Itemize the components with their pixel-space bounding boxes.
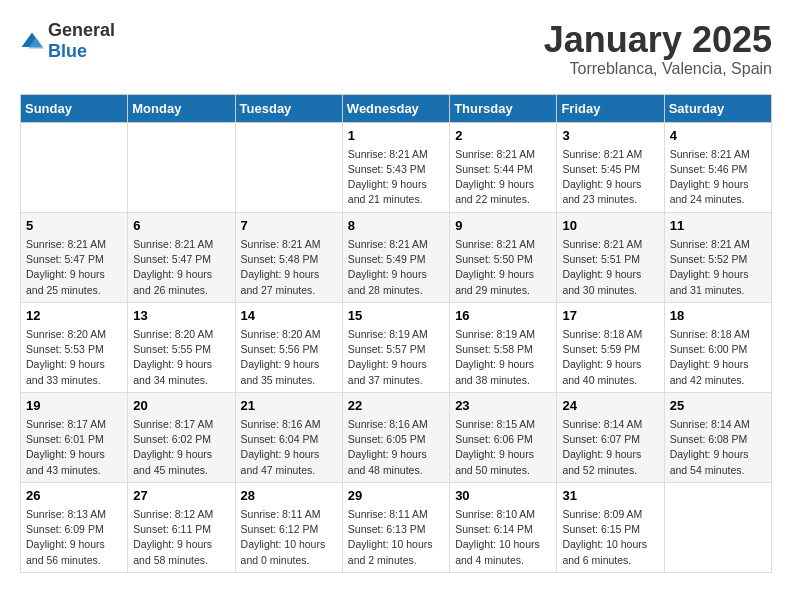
day-number: 17 — [562, 307, 658, 325]
week-row-2: 5Sunrise: 8:21 AM Sunset: 5:47 PM Daylig… — [21, 212, 772, 302]
calendar-cell: 2Sunrise: 8:21 AM Sunset: 5:44 PM Daylig… — [450, 122, 557, 212]
day-number: 18 — [670, 307, 766, 325]
calendar-cell: 29Sunrise: 8:11 AM Sunset: 6:13 PM Dayli… — [342, 482, 449, 572]
calendar-cell: 18Sunrise: 8:18 AM Sunset: 6:00 PM Dayli… — [664, 302, 771, 392]
calendar-cell: 31Sunrise: 8:09 AM Sunset: 6:15 PM Dayli… — [557, 482, 664, 572]
day-number: 30 — [455, 487, 551, 505]
day-number: 25 — [670, 397, 766, 415]
day-number: 19 — [26, 397, 122, 415]
day-number: 11 — [670, 217, 766, 235]
calendar-cell: 11Sunrise: 8:21 AM Sunset: 5:52 PM Dayli… — [664, 212, 771, 302]
day-info: Sunrise: 8:17 AM Sunset: 6:01 PM Dayligh… — [26, 417, 122, 478]
calendar-cell — [21, 122, 128, 212]
day-number: 20 — [133, 397, 229, 415]
logo-general: General — [48, 20, 115, 40]
day-info: Sunrise: 8:21 AM Sunset: 5:45 PM Dayligh… — [562, 147, 658, 208]
day-number: 27 — [133, 487, 229, 505]
logo-text: General Blue — [48, 20, 115, 62]
calendar-table: SundayMondayTuesdayWednesdayThursdayFrid… — [20, 94, 772, 573]
day-info: Sunrise: 8:21 AM Sunset: 5:47 PM Dayligh… — [26, 237, 122, 298]
day-info: Sunrise: 8:11 AM Sunset: 6:12 PM Dayligh… — [241, 507, 337, 568]
day-number: 2 — [455, 127, 551, 145]
day-info: Sunrise: 8:11 AM Sunset: 6:13 PM Dayligh… — [348, 507, 444, 568]
day-number: 26 — [26, 487, 122, 505]
day-info: Sunrise: 8:12 AM Sunset: 6:11 PM Dayligh… — [133, 507, 229, 568]
weekday-header-monday: Monday — [128, 94, 235, 122]
day-number: 9 — [455, 217, 551, 235]
day-number: 23 — [455, 397, 551, 415]
day-number: 12 — [26, 307, 122, 325]
day-number: 21 — [241, 397, 337, 415]
day-number: 15 — [348, 307, 444, 325]
weekday-header-tuesday: Tuesday — [235, 94, 342, 122]
day-number: 13 — [133, 307, 229, 325]
day-info: Sunrise: 8:14 AM Sunset: 6:07 PM Dayligh… — [562, 417, 658, 478]
day-info: Sunrise: 8:21 AM Sunset: 5:48 PM Dayligh… — [241, 237, 337, 298]
day-info: Sunrise: 8:17 AM Sunset: 6:02 PM Dayligh… — [133, 417, 229, 478]
day-info: Sunrise: 8:20 AM Sunset: 5:55 PM Dayligh… — [133, 327, 229, 388]
day-info: Sunrise: 8:14 AM Sunset: 6:08 PM Dayligh… — [670, 417, 766, 478]
day-info: Sunrise: 8:18 AM Sunset: 5:59 PM Dayligh… — [562, 327, 658, 388]
weekday-header-saturday: Saturday — [664, 94, 771, 122]
day-number: 3 — [562, 127, 658, 145]
day-number: 10 — [562, 217, 658, 235]
calendar-cell: 23Sunrise: 8:15 AM Sunset: 6:06 PM Dayli… — [450, 392, 557, 482]
day-number: 6 — [133, 217, 229, 235]
header: General Blue January 2025 Torreblanca, V… — [20, 20, 772, 78]
day-info: Sunrise: 8:21 AM Sunset: 5:52 PM Dayligh… — [670, 237, 766, 298]
day-info: Sunrise: 8:20 AM Sunset: 5:53 PM Dayligh… — [26, 327, 122, 388]
day-number: 7 — [241, 217, 337, 235]
logo: General Blue — [20, 20, 115, 62]
logo-blue: Blue — [48, 41, 87, 61]
calendar-cell: 21Sunrise: 8:16 AM Sunset: 6:04 PM Dayli… — [235, 392, 342, 482]
calendar-cell: 30Sunrise: 8:10 AM Sunset: 6:14 PM Dayli… — [450, 482, 557, 572]
calendar-cell: 16Sunrise: 8:19 AM Sunset: 5:58 PM Dayli… — [450, 302, 557, 392]
calendar-cell: 10Sunrise: 8:21 AM Sunset: 5:51 PM Dayli… — [557, 212, 664, 302]
day-info: Sunrise: 8:10 AM Sunset: 6:14 PM Dayligh… — [455, 507, 551, 568]
week-row-5: 26Sunrise: 8:13 AM Sunset: 6:09 PM Dayli… — [21, 482, 772, 572]
calendar-cell — [664, 482, 771, 572]
day-number: 29 — [348, 487, 444, 505]
calendar-cell: 6Sunrise: 8:21 AM Sunset: 5:47 PM Daylig… — [128, 212, 235, 302]
day-info: Sunrise: 8:21 AM Sunset: 5:47 PM Dayligh… — [133, 237, 229, 298]
calendar-cell: 27Sunrise: 8:12 AM Sunset: 6:11 PM Dayli… — [128, 482, 235, 572]
calendar-cell: 13Sunrise: 8:20 AM Sunset: 5:55 PM Dayli… — [128, 302, 235, 392]
day-info: Sunrise: 8:19 AM Sunset: 5:57 PM Dayligh… — [348, 327, 444, 388]
day-number: 28 — [241, 487, 337, 505]
calendar-cell: 22Sunrise: 8:16 AM Sunset: 6:05 PM Dayli… — [342, 392, 449, 482]
day-number: 16 — [455, 307, 551, 325]
week-row-4: 19Sunrise: 8:17 AM Sunset: 6:01 PM Dayli… — [21, 392, 772, 482]
calendar-cell: 20Sunrise: 8:17 AM Sunset: 6:02 PM Dayli… — [128, 392, 235, 482]
weekday-header-thursday: Thursday — [450, 94, 557, 122]
day-number: 22 — [348, 397, 444, 415]
calendar-cell: 1Sunrise: 8:21 AM Sunset: 5:43 PM Daylig… — [342, 122, 449, 212]
day-info: Sunrise: 8:21 AM Sunset: 5:44 PM Dayligh… — [455, 147, 551, 208]
day-info: Sunrise: 8:18 AM Sunset: 6:00 PM Dayligh… — [670, 327, 766, 388]
day-number: 1 — [348, 127, 444, 145]
weekday-header-row: SundayMondayTuesdayWednesdayThursdayFrid… — [21, 94, 772, 122]
day-info: Sunrise: 8:21 AM Sunset: 5:51 PM Dayligh… — [562, 237, 658, 298]
day-info: Sunrise: 8:21 AM Sunset: 5:49 PM Dayligh… — [348, 237, 444, 298]
calendar-cell: 7Sunrise: 8:21 AM Sunset: 5:48 PM Daylig… — [235, 212, 342, 302]
calendar-cell: 4Sunrise: 8:21 AM Sunset: 5:46 PM Daylig… — [664, 122, 771, 212]
calendar-cell — [235, 122, 342, 212]
calendar-cell: 17Sunrise: 8:18 AM Sunset: 5:59 PM Dayli… — [557, 302, 664, 392]
calendar-cell — [128, 122, 235, 212]
day-info: Sunrise: 8:15 AM Sunset: 6:06 PM Dayligh… — [455, 417, 551, 478]
calendar-cell: 12Sunrise: 8:20 AM Sunset: 5:53 PM Dayli… — [21, 302, 128, 392]
day-info: Sunrise: 8:13 AM Sunset: 6:09 PM Dayligh… — [26, 507, 122, 568]
day-info: Sunrise: 8:09 AM Sunset: 6:15 PM Dayligh… — [562, 507, 658, 568]
day-number: 24 — [562, 397, 658, 415]
calendar-cell: 5Sunrise: 8:21 AM Sunset: 5:47 PM Daylig… — [21, 212, 128, 302]
calendar-cell: 19Sunrise: 8:17 AM Sunset: 6:01 PM Dayli… — [21, 392, 128, 482]
day-number: 5 — [26, 217, 122, 235]
week-row-1: 1Sunrise: 8:21 AM Sunset: 5:43 PM Daylig… — [21, 122, 772, 212]
weekday-header-sunday: Sunday — [21, 94, 128, 122]
calendar-cell: 25Sunrise: 8:14 AM Sunset: 6:08 PM Dayli… — [664, 392, 771, 482]
day-info: Sunrise: 8:16 AM Sunset: 6:05 PM Dayligh… — [348, 417, 444, 478]
title-area: January 2025 Torreblanca, Valencia, Spai… — [544, 20, 772, 78]
weekday-header-friday: Friday — [557, 94, 664, 122]
calendar-cell: 8Sunrise: 8:21 AM Sunset: 5:49 PM Daylig… — [342, 212, 449, 302]
day-number: 14 — [241, 307, 337, 325]
location-title: Torreblanca, Valencia, Spain — [544, 60, 772, 78]
